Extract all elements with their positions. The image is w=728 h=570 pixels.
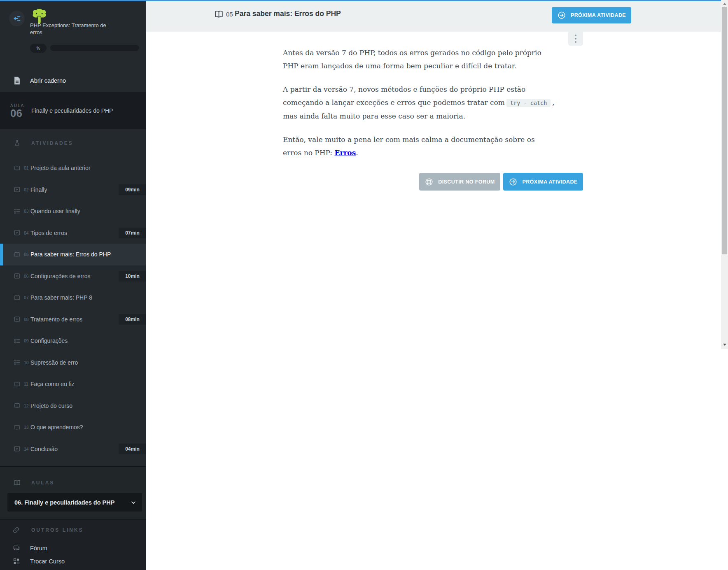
vertical-scrollbar[interactable] (721, 0, 728, 349)
links-icon (12, 526, 21, 535)
activity-item-11[interactable]: 11Faça como eu fiz (0, 373, 146, 395)
activities-list: 01Projeto da aula anterior02Finally09min… (0, 157, 146, 460)
activity-item-number: 07 (24, 295, 30, 300)
activity-item-14[interactable]: 14Conclusão04min (0, 438, 146, 460)
video-icon (14, 272, 21, 279)
course-title: PHP Exceptions: Tratamento de erros (30, 22, 114, 36)
open-notebook-label: Abrir caderno (30, 77, 66, 84)
activity-item-label: O que aprendemos? (30, 424, 83, 430)
activity-item-06[interactable]: 06Configurações de erros10min (0, 265, 146, 287)
activity-item-number: 05 (24, 252, 30, 257)
book-icon (14, 424, 21, 431)
activity-item-label: Projeto da aula anterior (30, 165, 91, 171)
content-options-kebab-button[interactable] (568, 32, 583, 46)
activity-item-number: 03 (24, 209, 30, 214)
discuss-forum-button[interactable]: DISCUTIR NO FORUM (419, 173, 500, 191)
activity-item-number: 02 (24, 187, 30, 192)
paragraph: A partir da versão 7, novos métodos e fu… (283, 83, 555, 123)
activity-item-label: Para saber mais: Erros do PHP (30, 251, 111, 258)
other-link-label: Fórum (30, 545, 47, 551)
sidebar: PHP Exceptions: Tratamento de erros % Ab… (0, 0, 146, 570)
activity-duration-badge: 07min (119, 228, 146, 238)
scrollbar-thumb[interactable] (722, 7, 727, 254)
activity-item-label: Para saber mais: PHP 8 (30, 294, 92, 301)
other-links-header-label: OUTROS LINKS (31, 527, 84, 533)
other-link-fórum[interactable]: Fórum (0, 542, 146, 555)
activity-item-05[interactable]: 05Para saber mais: Erros do PHP (0, 244, 146, 265)
open-notebook-button[interactable]: Abrir caderno (0, 69, 146, 92)
course-page: PHP Exceptions: Tratamento de erros % Ab… (0, 0, 728, 570)
chevron-down-icon (131, 500, 136, 505)
activity-title: Para saber mais: Erros do PHP (235, 9, 341, 18)
paragraph: Antes da versão 7 do PHP, todos os erros… (283, 46, 555, 72)
erros-doc-link[interactable]: Erros (335, 149, 356, 157)
activity-item-number: 01 (24, 165, 30, 170)
top-accent-line (0, 0, 721, 1)
discuss-forum-label: DISCUTIR NO FORUM (438, 179, 495, 185)
kebab-dot (575, 41, 576, 43)
paragraph: Então, vale muito a pena ler com mais ca… (283, 133, 555, 159)
lesson-select-dropdown[interactable]: 06. Finally e peculiaridades do PHP (7, 493, 142, 512)
activity-item-12[interactable]: 12Projeto do curso (0, 395, 146, 417)
next-activity-button-top[interactable]: PRÓXIMA ATIVIDADE (552, 7, 631, 23)
activity-duration-badge: 10min (119, 271, 146, 282)
activity-item-07[interactable]: 07Para saber mais: PHP 8 (0, 287, 146, 309)
activity-content: Antes da versão 7 do PHP, todos os erros… (283, 46, 555, 170)
scroll-down-arrow[interactable] (721, 342, 728, 347)
kebab-dot (575, 38, 576, 40)
activity-item-label: Tratamento de erros (30, 316, 82, 323)
book-icon (14, 402, 21, 409)
aulas-section-header: AULAS (0, 476, 146, 490)
lesson-number-block: AULA 06 (0, 103, 31, 119)
lesson-number: 06 (10, 108, 31, 119)
activity-item-04[interactable]: 04Tipos de erros07min (0, 222, 146, 244)
book-icon (14, 251, 21, 258)
flask-icon (14, 139, 21, 147)
activity-item-label: Faça como eu fiz (30, 381, 75, 387)
activity-item-number: 06 (24, 274, 30, 279)
video-icon (14, 186, 21, 193)
activity-item-09[interactable]: 09Configurações (0, 330, 146, 352)
next-activity-label: PRÓXIMA ATIVIDADE (522, 179, 577, 185)
activity-duration-badge: 04min (119, 444, 146, 454)
activity-item-number: 04 (24, 230, 30, 235)
inline-code: try - catch (506, 99, 551, 107)
activity-item-02[interactable]: 02Finally09min (0, 179, 146, 201)
activity-item-number: 08 (24, 317, 30, 322)
video-icon (14, 445, 21, 452)
scroll-up-arrow[interactable] (721, 1, 728, 7)
next-activity-button-bottom[interactable]: PRÓXIMA ATIVIDADE (503, 173, 583, 191)
other-links-header: OUTROS LINKS (0, 523, 146, 537)
activity-item-label: Configurações de erros (30, 273, 91, 279)
list-icon (14, 359, 21, 366)
switch-course-icon (13, 558, 20, 565)
activities-header-label: ATIVIDADES (31, 140, 73, 146)
other-link-trocar-curso[interactable]: Trocar Curso (0, 555, 146, 568)
activity-item-label: Tipos de erros (30, 230, 67, 236)
sidebar-course-header: PHP Exceptions: Tratamento de erros % (0, 0, 146, 69)
collapse-sidebar-button[interactable] (9, 11, 25, 26)
book-icon (14, 294, 21, 301)
list-icon (14, 208, 21, 215)
activity-type-book-icon (214, 9, 224, 20)
activity-item-08[interactable]: 08Tratamento de erros08min (0, 309, 146, 330)
activity-item-label: Supressão de erro (30, 359, 78, 366)
forum-icon (13, 544, 20, 552)
progress-percent-badge: % (30, 44, 47, 53)
book-icon (14, 165, 21, 172)
activity-item-label: Projeto do curso (30, 402, 72, 409)
activity-item-label: Conclusão (30, 446, 58, 452)
list-icon (14, 337, 21, 344)
selected-lesson-label: 06. Finally e peculiaridades do PHP (14, 499, 131, 506)
activity-number: 05 (226, 11, 233, 18)
lesson-title: Finally e peculiaridades do PHP (31, 107, 134, 114)
activity-item-number: 11 (24, 382, 30, 386)
activity-footer-buttons: DISCUTIR NO FORUM PRÓXIMA ATIVIDADE (419, 173, 583, 191)
next-activity-label: PRÓXIMA ATIVIDADE (571, 12, 626, 18)
activity-item-number: 14 (24, 447, 30, 451)
activity-item-13[interactable]: 13O que aprendemos? (0, 416, 146, 438)
activity-item-01[interactable]: 01Projeto da aula anterior (0, 157, 146, 179)
activity-item-03[interactable]: 03Quando usar finally (0, 200, 146, 222)
activity-item-10[interactable]: 10Supressão de erro (0, 352, 146, 374)
forum-ring-icon (425, 177, 434, 186)
